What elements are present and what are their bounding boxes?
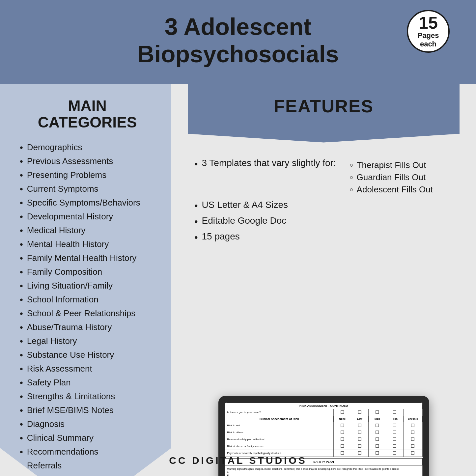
categories-title: MAIN CATEGORIES — [20, 98, 155, 131]
risk-safety-plan: Reviewed safety plan with client — [225, 436, 333, 443]
category-item: Medical History — [20, 224, 155, 238]
category-item: Brief MSE/BIMS Notes — [20, 404, 155, 417]
feature-item: 15 pages — [194, 229, 453, 245]
left-column: MAIN CATEGORIES DemographicsPrevious Ass… — [0, 84, 171, 476]
features-title: FEATURES — [208, 96, 440, 116]
monitor-container: RISK ASSESSMENT - CONTINUED Is there a g… — [188, 255, 460, 476]
risk-header: Clinical Assessment of Risk — [225, 416, 333, 422]
category-item: Living Situation/Family — [20, 279, 155, 293]
risk-others: Risk to others — [225, 429, 333, 436]
footer: . CC DIGITAL STUDIOS — [0, 455, 476, 466]
category-item: Abuse/Trauma History — [20, 321, 155, 334]
category-item: Current Symptoms — [20, 182, 155, 196]
category-item: Family Mental Health History — [20, 251, 155, 265]
badge-number: 15 — [419, 14, 438, 31]
main-content: MAIN CATEGORIES DemographicsPrevious Ass… — [0, 84, 476, 476]
category-item: Presenting Problems — [20, 168, 155, 182]
category-item: Developmental History — [20, 210, 155, 224]
header: 3 Adolescent Biopsychosocials 15 Pages e… — [0, 0, 476, 84]
category-item: Clinical Summary — [20, 431, 155, 445]
category-item: Specific Symptoms/Behaviors — [20, 196, 155, 210]
page-title: 3 Adolescent Biopsychosocials — [7, 13, 469, 68]
feature-sub-item: Guardian Fills Out — [350, 171, 433, 183]
category-item: Family Composition — [20, 265, 155, 279]
categories-list: DemographicsPrevious AssessmentsPresenti… — [20, 141, 155, 473]
risk-abuse: Risk of abuse or family violence — [225, 443, 333, 450]
right-column: FEATURES 3 Templates that vary slightly … — [171, 84, 476, 476]
risk-self: Risk to self — [225, 422, 333, 429]
category-item: School Information — [20, 293, 155, 307]
category-item: Strengths & Limitations — [20, 390, 155, 404]
feature-item: Editable Google Doc — [194, 213, 453, 229]
badge-label: Pages each — [418, 31, 439, 49]
badge: 15 Pages each — [407, 10, 450, 53]
category-item: Previous Assessments — [20, 154, 155, 168]
feature-sub-item: Adolescent Fills Out — [350, 183, 433, 196]
features-header: FEATURES — [188, 84, 460, 143]
gun-question: Is there a gun in your home? — [225, 409, 333, 416]
safety-plan-content: Warning signs (thoughts, images, mood, s… — [225, 465, 423, 476]
feature-item: 3 Templates that vary slightly for:Thera… — [194, 156, 453, 198]
footer-text: CC DIGITAL STUDIOS — [169, 455, 307, 466]
feature-sub-item: Therapist Fills Out — [350, 159, 433, 171]
category-item: Mental Health History — [20, 238, 155, 251]
feature-item: US Letter & A4 Sizes — [194, 198, 453, 213]
category-item: Substance Use History — [20, 348, 155, 362]
category-item: School & Peer Relationships — [20, 307, 155, 321]
category-item: Safety Plan — [20, 376, 155, 390]
category-item: Demographics — [20, 141, 155, 154]
category-item: Legal History — [20, 334, 155, 348]
table-main-title: RISK ASSESSMENT - CONTINUED — [225, 403, 422, 409]
category-item: Risk Assessment — [20, 362, 155, 376]
category-item: Diagnosis — [20, 417, 155, 431]
features-list: 3 Templates that vary slightly for:Thera… — [188, 156, 460, 245]
footer-dot: . — [72, 444, 75, 453]
